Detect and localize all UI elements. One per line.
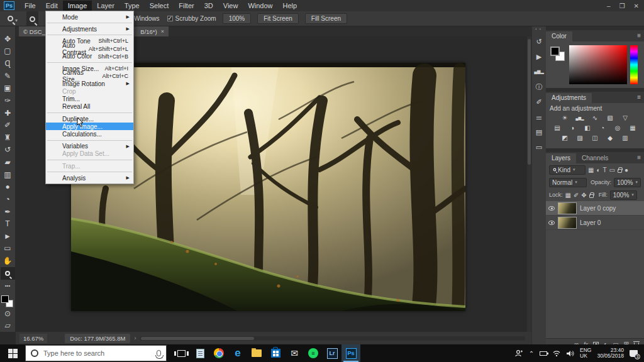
zoom-100-button[interactable]: 100% <box>223 13 252 24</box>
lasso-tool[interactable]: Ɋ <box>1 57 15 70</box>
menu-image[interactable]: Image <box>63 1 92 11</box>
curves-icon[interactable]: ∿ <box>591 114 600 122</box>
canvas-vertical-scrollbar[interactable] <box>527 36 531 332</box>
menu-item-trim[interactable]: Trim... <box>46 96 133 103</box>
battery-icon[interactable] <box>540 351 547 356</box>
healing-brush-tool[interactable]: ✚ <box>1 107 15 119</box>
menu-item-duplicate[interactable]: Duplicate... <box>46 115 133 123</box>
minimize-icon[interactable]: – <box>607 3 611 9</box>
layer-name[interactable]: Layer 0 <box>580 219 601 226</box>
history-brush-tool[interactable]: ↺ <box>1 144 15 156</box>
clock[interactable]: 23:40 30/05/2018 <box>597 348 624 359</box>
people-icon[interactable] <box>515 349 523 357</box>
brush-settings-icon[interactable]: ✐ <box>532 94 546 109</box>
color-lookup-icon[interactable]: ▦ <box>628 124 638 132</box>
taskbar-chrome-button[interactable] <box>209 344 228 362</box>
threshold-icon[interactable]: ◫ <box>591 134 600 142</box>
scrubby-zoom-checkbox[interactable] <box>167 16 173 21</box>
dodge-tool[interactable]: ◔ <box>1 193 15 206</box>
microphone-icon[interactable] <box>157 350 161 356</box>
quick-selection-tool[interactable]: ✎ <box>1 70 15 82</box>
layer-visibility-icon[interactable] <box>548 206 555 211</box>
marquee-tool[interactable]: ▢ <box>1 45 15 58</box>
tab-channels[interactable]: Channels <box>576 153 614 163</box>
fill-dropdown[interactable]: 100% <box>610 190 637 200</box>
eraser-tool[interactable]: ▰ <box>1 156 15 168</box>
menu-help[interactable]: Help <box>278 1 303 11</box>
taskbar-store-button[interactable] <box>266 344 285 362</box>
canvas-horizontal-scrollbar[interactable] <box>140 336 525 341</box>
foreground-color-swatch[interactable] <box>550 47 560 56</box>
menu-item-reveal-all[interactable]: Reveal All <box>46 103 133 111</box>
menu-item-variables[interactable]: Variables <box>46 143 133 150</box>
taskbar-edge-button[interactable]: e <box>228 344 247 362</box>
invert-icon[interactable]: ◩ <box>560 134 570 142</box>
action-center-icon[interactable]: 3 <box>630 350 638 357</box>
eyedropper-tool[interactable]: ✑ <box>1 94 15 107</box>
menu-type[interactable]: Type <box>119 1 145 11</box>
pen-tool[interactable]: ✒ <box>1 206 15 218</box>
lock-transparency-icon[interactable]: ▦ <box>565 192 571 199</box>
notes-icon[interactable]: ▭ <box>532 140 546 155</box>
menu-item-mode[interactable]: Mode <box>46 13 133 21</box>
status-chevron-icon[interactable]: › <box>134 335 136 341</box>
shape-tool[interactable]: ▭ <box>1 243 15 255</box>
taskbar-search-input[interactable]: Type here to search <box>25 345 167 361</box>
tab-close-icon[interactable]: × <box>161 28 164 35</box>
color-swatches[interactable] <box>1 295 14 307</box>
brush-tool[interactable]: ✐ <box>1 119 15 131</box>
history-icon[interactable]: ↺ <box>532 34 546 49</box>
hue-saturation-icon[interactable]: ▤ <box>553 124 562 132</box>
task-view-button[interactable] <box>172 344 191 362</box>
language-indicator[interactable]: ENG UK <box>580 348 591 359</box>
menu-item-canvas-size[interactable]: Canvas Size...Alt+Ctrl+C <box>46 72 133 80</box>
opacity-dropdown[interactable]: 100% <box>614 178 641 187</box>
selective-color-icon[interactable]: ◆ <box>606 134 615 142</box>
type-tool[interactable]: T <box>1 217 15 230</box>
layer-row-layer-0[interactable]: Layer 0 <box>546 216 644 230</box>
taskbar-photoshop-button[interactable]: Ps <box>341 344 360 362</box>
fill-screen-button[interactable]: Fill Screen <box>305 13 347 24</box>
fit-screen-button[interactable]: Fit Screen <box>257 13 299 24</box>
edit-toolbar-icon[interactable]: ••• <box>1 280 15 292</box>
tab-layers[interactable]: Layers <box>546 153 576 163</box>
hue-ramp[interactable] <box>630 45 638 84</box>
brightness-contrast-icon[interactable]: ☀ <box>560 114 570 122</box>
menu-select[interactable]: Select <box>145 1 174 11</box>
zoom-level-field[interactable]: 16.67% <box>19 334 47 343</box>
menu-file[interactable]: File <box>19 1 41 11</box>
path-selection-tool[interactable]: ► <box>1 230 15 243</box>
histogram-icon[interactable]: ▄▆▂ <box>532 64 546 79</box>
menu-item-analysis[interactable]: Analysis <box>46 174 133 182</box>
filter-smart-objects-icon[interactable] <box>618 169 622 173</box>
filter-shape-layers-icon[interactable]: ▭ <box>609 167 615 173</box>
info-icon[interactable]: ⓘ <box>532 79 546 94</box>
menu-item-calculations[interactable]: Calculations... <box>46 130 133 138</box>
posterize-icon[interactable]: ▨ <box>575 134 585 142</box>
gradient-map-icon[interactable]: ▥ <box>621 134 630 142</box>
dock-expand-icon[interactable]: ⠂⠂ <box>535 26 543 34</box>
taskbar-spotify-button[interactable]: ≡ <box>304 344 323 362</box>
actions-icon[interactable]: ▶ <box>532 49 546 64</box>
zoom-tool[interactable] <box>1 267 15 280</box>
exposure-icon[interactable]: ▧ <box>606 114 615 122</box>
wifi-icon[interactable] <box>553 350 560 356</box>
tab-adjustments[interactable]: Adjustments <box>546 93 592 103</box>
filter-type-layers-icon[interactable]: T <box>603 167 607 173</box>
quick-mask-button[interactable]: ⊙ <box>1 307 15 320</box>
layer-row-layer-0-copy[interactable]: Layer 0 copy <box>546 201 644 216</box>
screen-mode-button[interactable]: ▱ <box>1 319 15 332</box>
photo-filter-icon[interactable]: ◔ <box>598 124 608 132</box>
filter-pixel-layers-icon[interactable]: ▦ <box>588 167 594 173</box>
close-icon[interactable]: ✕ <box>634 3 639 9</box>
tool-presets-icon[interactable]: ⚌ <box>532 109 546 124</box>
gradient-tool[interactable]: ▥ <box>1 168 15 181</box>
saturation-brightness-field[interactable] <box>569 45 627 84</box>
layer-thumbnail[interactable] <box>558 217 577 229</box>
menu-filter[interactable]: Filter <box>174 1 199 11</box>
volume-icon[interactable] <box>566 350 574 357</box>
layer-name[interactable]: Layer 0 copy <box>580 205 616 212</box>
crop-tool[interactable]: ▣ <box>1 82 15 95</box>
lock-all-icon[interactable] <box>589 194 594 198</box>
menu-3d[interactable]: 3D <box>199 1 218 11</box>
